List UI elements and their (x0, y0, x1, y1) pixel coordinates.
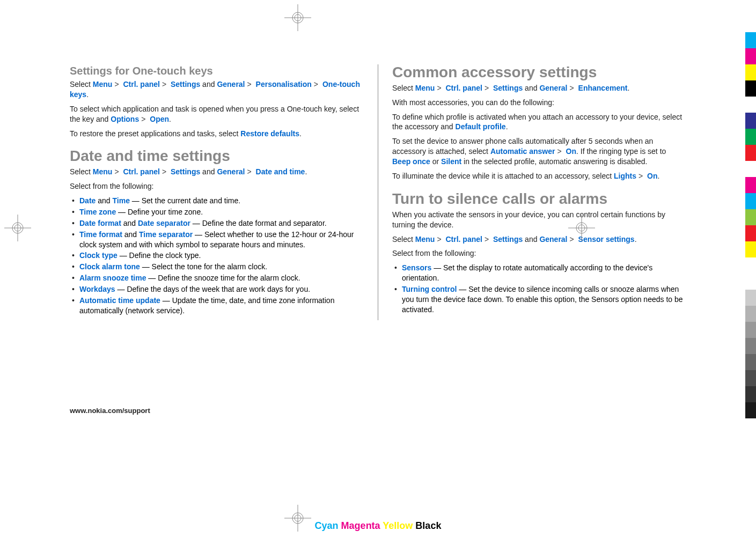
color-swatch (745, 32, 756, 48)
magenta-label: Magenta (341, 520, 380, 531)
paragraph: To define which profile is activated whe… (392, 112, 686, 132)
sensor-options-list: Sensors — Set the display to rotate auto… (392, 263, 686, 314)
nav-path-sensor: Select Menu> Ctrl. panel> Settings and G… (392, 234, 686, 245)
nav-link: Settings (493, 84, 523, 92)
paragraph: To select which application and task is … (70, 104, 364, 124)
nav-link: Menu (93, 80, 113, 89)
color-swatch (745, 402, 756, 418)
option-link: Date format (79, 219, 121, 227)
link-on: On (566, 147, 576, 156)
nav-link: Settings (493, 235, 523, 244)
chevron-icon: > (160, 80, 168, 89)
nav-link: Menu (415, 84, 435, 92)
paragraph: When you activate the sensors in your de… (392, 210, 686, 230)
nav-link: Enhancement (578, 84, 628, 92)
color-swatch (745, 386, 756, 402)
option-link: Time separator (139, 230, 193, 239)
cyan-label: Cyan (315, 520, 339, 531)
list-item: Alarm snooze time — Define the snooze ti… (70, 273, 364, 283)
chevron-icon: > (482, 235, 491, 244)
nav-path-onetouch: Select Menu> Ctrl. panel> Settings and G… (70, 79, 364, 100)
option-link: Date separator (138, 219, 190, 227)
section-heading-accessory: Common accessory settings (392, 64, 686, 81)
select-from-text: Select from the following: (70, 181, 364, 191)
chevron-icon: > (112, 167, 121, 176)
nav-link: General (539, 235, 567, 244)
section-heading-onetouch: Settings for One-touch keys (70, 64, 364, 77)
section-heading-turn-silence: Turn to silence calls or alarms (392, 191, 686, 208)
print-color-labels: Cyan Magenta Yellow Black (315, 520, 442, 532)
chevron-icon: > (160, 167, 168, 176)
option-link: Alarm snooze time (79, 274, 146, 282)
link-default-profile: Default profile (456, 122, 506, 131)
option-link: Time format (79, 230, 122, 239)
nav-path-datetime: Select Menu> Ctrl. panel> Settings and G… (70, 167, 364, 177)
color-swatch (745, 322, 756, 338)
select-from-text: Select from the following: (392, 248, 686, 259)
list-item: Turning control — Set the device to sile… (392, 284, 686, 315)
nav-link: Personalisation (256, 80, 312, 89)
nav-link: Date and time (256, 167, 305, 176)
nav-link: General (217, 80, 245, 89)
list-item: Clock alarm tone — Select the tone for t… (70, 262, 364, 272)
list-item: Time zone — Define your time zone. (70, 207, 364, 217)
chevron-icon: > (245, 167, 254, 176)
option-link: Time zone (79, 208, 116, 216)
nav-link: General (539, 84, 567, 92)
option-link: Sensors (402, 263, 431, 272)
link-restore-defaults: Restore defaults (240, 129, 299, 138)
color-swatch (745, 193, 756, 209)
nav-link: Menu (415, 235, 435, 244)
nav-link: Ctrl. panel (445, 84, 482, 92)
color-swatch (745, 290, 756, 306)
black-label: Black (415, 520, 441, 531)
link-auto-answer: Automatic answer (490, 147, 555, 156)
color-swatch (745, 113, 756, 129)
chevron-icon: > (112, 80, 121, 89)
nav-path-accessory: Select Menu> Ctrl. panel> Settings and G… (392, 83, 686, 93)
color-swatch (745, 354, 756, 370)
option-link: Date (79, 196, 96, 205)
color-swatch (745, 241, 756, 257)
option-link: Workdays (79, 285, 115, 293)
color-swatch (745, 274, 756, 290)
list-item: Clock type — Define the clock type. (70, 250, 364, 261)
color-swatch (745, 257, 756, 274)
nav-link: Settings (171, 80, 200, 89)
nav-link: Ctrl. panel (123, 167, 159, 176)
list-item: Time format and Time separator — Select … (70, 230, 364, 250)
nav-link: Ctrl. panel (123, 80, 159, 89)
link-lights: Lights (614, 172, 636, 180)
datetime-options-list: Date and Time — Set the current date and… (70, 196, 364, 316)
list-item: Workdays — Define the days of the week t… (70, 284, 364, 294)
chevron-icon: > (482, 84, 491, 92)
link-beep-once: Beep once (392, 157, 430, 166)
color-swatch (745, 80, 756, 97)
yellow-label: Yellow (383, 520, 413, 531)
chevron-icon: > (435, 235, 443, 244)
left-column: Settings for One-touch keys Select Menu>… (70, 64, 364, 320)
chevron-icon: > (555, 147, 563, 156)
color-swatch (745, 306, 756, 322)
color-swatch (745, 338, 756, 354)
chevron-icon: > (245, 80, 254, 89)
color-swatch (745, 48, 756, 64)
list-item: Automatic time update — Update the time,… (70, 296, 364, 316)
list-item: Date format and Date separator — Define … (70, 218, 364, 229)
option-link: Time (113, 196, 130, 205)
color-swatch (745, 97, 756, 113)
right-column: Common accessory settings Select Menu> C… (392, 64, 686, 320)
color-swatch (745, 225, 756, 241)
registration-mark-icon (284, 505, 311, 534)
color-swatch (745, 129, 756, 145)
color-swatch (745, 161, 756, 177)
nav-link: Settings (171, 167, 200, 176)
registration-mark-icon (284, 4, 311, 33)
nav-link: General (217, 167, 245, 176)
paragraph: With most accessories, you can do the fo… (392, 98, 686, 108)
option-link: Turning control (402, 285, 457, 293)
paragraph: To illuminate the device while it is att… (392, 171, 686, 181)
option-link: Clock type (79, 251, 118, 260)
color-swatch (745, 209, 756, 225)
chevron-icon: > (636, 172, 645, 180)
